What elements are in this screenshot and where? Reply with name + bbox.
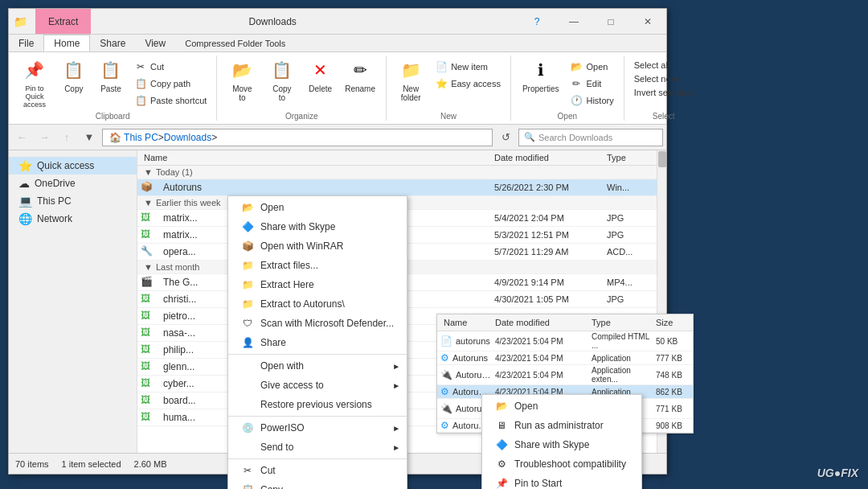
open-group-label: Open — [558, 112, 577, 121]
ctx-scan[interactable]: 🛡 Scan with Microsoft Defender... — [228, 314, 407, 333]
ribbon-organize-content: 📂 Move to 📋 Copy to ✕ Delete ✏ Rename — [223, 55, 379, 110]
history-button[interactable]: 🕐 History — [567, 92, 616, 109]
ctx-restore[interactable]: Restore previous versions — [228, 395, 407, 414]
ctx2-run-as-admin[interactable]: 🖥 Run as administrator — [482, 416, 641, 435]
delete-button[interactable]: ✕ Delete — [303, 55, 338, 95]
menu-tab-share[interactable]: Share — [90, 35, 135, 51]
search-placeholder: Search Downloads — [538, 133, 612, 142]
ribbon: 📌 Pin to Quick access 📋 Copy 📋 Paste ✂ C… — [9, 52, 666, 125]
img-icon: 🖼 — [141, 360, 157, 373]
paste-button[interactable]: 📋 Paste — [94, 55, 128, 95]
new-folder-icon: 📁 — [398, 57, 424, 83]
scroll-thumb[interactable] — [658, 151, 666, 167]
item-count: 70 items — [15, 459, 49, 469]
recent-button[interactable]: ▼ — [80, 128, 99, 147]
minimize-button[interactable]: — — [555, 9, 592, 34]
img-icon: 🖼 — [141, 212, 157, 224]
inner-file-size: 862 KB — [653, 388, 693, 397]
copy-to-button[interactable]: 📋 Copy to — [264, 55, 300, 104]
cut-icon: ✂ — [134, 60, 147, 73]
sidebar-item-label: Quick access — [37, 160, 94, 171]
help-button[interactable]: ? — [518, 9, 555, 34]
sidebar-item-onedrive[interactable]: ☁ OneDrive — [9, 175, 137, 192]
col-name-header[interactable]: Name — [137, 150, 488, 165]
copy-path-button[interactable]: 📋 Copy path — [131, 76, 210, 92]
nav-up-button[interactable]: ↑ — [57, 128, 76, 147]
ctx-extract-files[interactable]: 📁 Extract files... — [228, 256, 407, 275]
search-box[interactable]: 🔍 Search Downloads — [518, 129, 663, 146]
ribbon-open-content: ℹ Properties 📂 Open ✏ Edit 🕐 History — [518, 55, 617, 110]
move-to-button[interactable]: 📂 Move to — [223, 55, 260, 104]
img-icon: 🖼 — [141, 411, 157, 424]
ctx-extract-here[interactable]: 📁 Extract Here — [228, 275, 407, 294]
arrow-icon: ► — [392, 362, 400, 371]
paste-icon: 📋 — [98, 57, 124, 83]
menu-bar: File Home Share View Compressed Folder T… — [9, 35, 666, 52]
context-menu-2: 📂 Open 🖥 Run as administrator 🔷 Share wi… — [481, 394, 642, 489]
img-icon: 🖼 — [141, 310, 157, 323]
rename-button[interactable]: ✏ Rename — [341, 55, 379, 95]
sidebar-item-quick-access[interactable]: ⭐ Quick access — [9, 157, 137, 175]
ctx-poweriso[interactable]: 💿 PowerISO ► — [228, 418, 407, 438]
open-button[interactable]: 📂 Open — [567, 59, 616, 75]
invert-selection-button[interactable]: Invert selection — [631, 86, 697, 99]
close-button[interactable]: ✕ — [629, 9, 666, 34]
refresh-button[interactable]: ↺ — [496, 128, 515, 147]
open-icon: 📂 — [241, 201, 254, 214]
edit-button[interactable]: ✏ Edit — [567, 76, 616, 92]
nav-forward-button[interactable]: → — [35, 128, 54, 147]
pin-to-quick-access-button[interactable]: 📌 Pin to Quick access — [15, 55, 54, 110]
inner-file-row-1[interactable]: ⚙ Autoruns 4/23/2021 5:04 PM Application… — [437, 351, 693, 365]
extract-icon: 📁 — [241, 259, 254, 272]
ctx-extract-to[interactable]: 📁 Extract to Autoruns\ — [228, 294, 407, 314]
defender-icon: 🛡 — [241, 317, 254, 330]
ctx-cut[interactable]: ✂ Cut — [228, 461, 407, 480]
ctx2-open[interactable]: 📂 Open — [482, 397, 641, 416]
inner-file-name: Autoruns — [452, 353, 492, 363]
menu-tab-file[interactable]: File — [9, 35, 43, 51]
inner-file-row-2[interactable]: 🔌 Autoruns64.dll 4/23/2021 5:04 PM Appli… — [437, 365, 693, 385]
ctx2-pin-to-start[interactable]: 📌 Pin to Start — [482, 474, 641, 489]
new-folder-button[interactable]: 📁 New folder — [393, 55, 428, 104]
open-with-icon — [241, 360, 254, 372]
ctx-share[interactable]: 👤 Share — [228, 333, 407, 352]
ribbon-select-content: Select all Select none Invert selection — [631, 55, 697, 110]
img-icon: 🖼 — [141, 327, 157, 339]
inner-file-type: Application exten... — [588, 366, 653, 384]
ctx2-share-skype[interactable]: 🔷 Share with Skype — [482, 435, 641, 454]
ctx-copy[interactable]: 📋 Copy — [228, 480, 407, 489]
select-group-label: Select — [653, 112, 675, 121]
share-icon: 👤 — [241, 336, 254, 349]
menu-tab-home[interactable]: Home — [43, 35, 90, 51]
ctx-send-to[interactable]: Send to ► — [228, 438, 407, 457]
file-row-autoruns[interactable]: 📦 Autoruns 5/26/2021 2:30 PM Win... — [137, 179, 657, 196]
col-date-header[interactable]: Date modified — [488, 150, 600, 165]
arrow-icon: ► — [392, 424, 400, 433]
cut-button[interactable]: ✂ Cut — [131, 59, 210, 75]
ctx2-troubleshoot[interactable]: ⚙ Troubleshoot compatibility — [482, 454, 641, 474]
sidebar-item-this-pc[interactable]: 💻 This PC — [9, 192, 137, 210]
col-type-header[interactable]: Type — [600, 150, 657, 165]
paste-shortcut-button[interactable]: 📋 Paste shortcut — [131, 92, 210, 109]
sidebar-item-network[interactable]: 🌐 Network — [9, 210, 137, 228]
select-none-button[interactable]: Select none — [631, 72, 697, 85]
ctx-give-access[interactable]: Give access to ► — [228, 376, 407, 395]
select-all-button[interactable]: Select all — [631, 59, 697, 72]
menu-tab-compressed[interactable]: Compressed Folder Tools — [175, 35, 295, 51]
easy-access-button[interactable]: ⭐ Easy access — [432, 76, 504, 92]
img-icon: 🖼 — [141, 293, 157, 306]
inner-file-row-0[interactable]: 📄 autoruns 4/23/2021 5:04 PM Compiled HT… — [437, 331, 693, 351]
inner-file-name: Autoruns64.dll — [456, 370, 492, 380]
ctx-open[interactable]: 📂 Open — [228, 198, 407, 217]
ctx-open-with[interactable]: Open with ► — [228, 356, 407, 376]
new-item-button[interactable]: 📄 New item — [432, 59, 504, 75]
admin-icon: 🖥 — [495, 419, 508, 432]
copy-button[interactable]: 📋 Copy — [57, 55, 91, 95]
menu-tab-view[interactable]: View — [135, 35, 175, 51]
address-path[interactable]: 🏠 This PC > Downloads > — [102, 129, 493, 146]
nav-back-button[interactable]: ← — [12, 128, 31, 147]
ctx-open-winrar[interactable]: 📦 Open with WinRAR — [228, 236, 407, 256]
properties-button[interactable]: ℹ Properties — [518, 55, 564, 95]
maximize-button[interactable]: □ — [592, 9, 629, 34]
ctx-share-skype[interactable]: 🔷 Share with Skype — [228, 217, 407, 236]
